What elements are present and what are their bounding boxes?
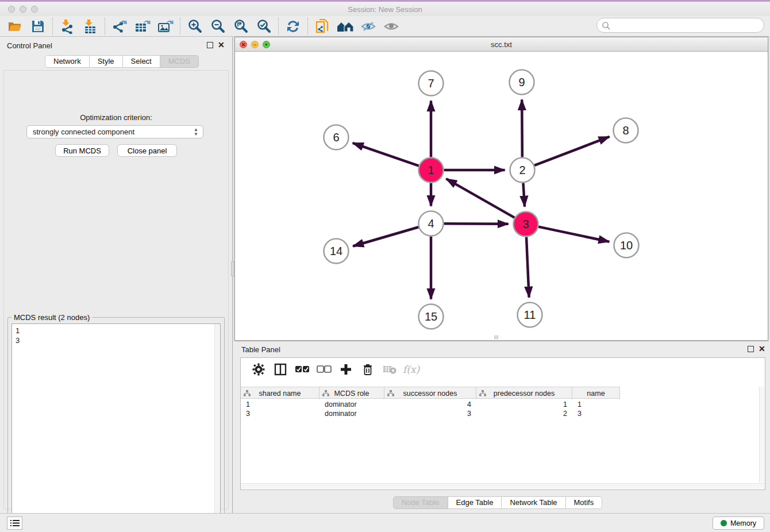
table-panel-title: Table Panel [241, 345, 280, 354]
table-cell[interactable]: dominator [319, 409, 384, 418]
graph-node-label-9: 9 [518, 76, 525, 88]
graph-node-label-4: 4 [428, 217, 434, 230]
zoom-in-button[interactable] [183, 17, 206, 36]
table-row[interactable]: 1dominator411 [241, 400, 620, 409]
graph-edge-3-1[interactable] [446, 179, 515, 218]
hide-selected-button[interactable] [357, 17, 380, 36]
toolbar-separator [307, 18, 308, 35]
select-all-columns-button[interactable] [291, 360, 313, 379]
column-header-shared-name[interactable]: shared name [241, 387, 319, 399]
graph-edge-2-3[interactable] [523, 183, 525, 206]
checked-boxes-icon [295, 365, 310, 373]
mcds-result-scrollbar[interactable] [214, 324, 220, 532]
toolbar-separator [105, 18, 105, 35]
duplicate-network-icon [315, 18, 330, 34]
tab-mcds[interactable]: MCDS [160, 55, 199, 68]
trash-icon [362, 363, 374, 376]
tab-node-table[interactable]: Node Table [393, 496, 448, 509]
export-table-button[interactable] [131, 17, 154, 36]
show-column-panel-button[interactable] [270, 360, 291, 379]
graph-edge-2-8[interactable] [534, 137, 610, 165]
column-header-label: shared name [259, 390, 301, 398]
mcds-result-text[interactable]: 1 3 [11, 323, 221, 532]
column-header-label: predecessor nodes [494, 390, 555, 398]
network-canvas[interactable]: 7968124314101511 [235, 52, 768, 340]
close-panel-icon[interactable]: ✕ [218, 40, 225, 49]
tab-network[interactable]: Network [45, 55, 90, 68]
graph-node-label-11: 11 [524, 309, 536, 321]
export-image-button[interactable] [154, 17, 177, 36]
apply-layout-button[interactable] [334, 17, 357, 36]
delete-table-icon [383, 364, 396, 375]
eye-slash-icon [360, 20, 376, 33]
table-cell[interactable]: 3 [241, 409, 319, 418]
graph-edge-2-9[interactable] [522, 99, 522, 157]
export-network-button[interactable] [108, 17, 131, 36]
table-row[interactable]: 3dominator323 [241, 409, 620, 418]
column-header-name[interactable]: name [572, 387, 620, 399]
graph-edge-4-3[interactable] [444, 223, 508, 224]
graph-edge-3-11[interactable] [526, 237, 529, 297]
close-panel-button[interactable]: Close panel [117, 144, 177, 157]
table-vertical-scrollbar[interactable] [759, 387, 764, 483]
table-cell[interactable]: 4 [384, 400, 476, 409]
column-header-MCDS-role[interactable]: MCDS role [319, 387, 384, 399]
table-cell[interactable]: dominator [319, 400, 384, 409]
toolbar-separator [180, 18, 180, 35]
optimization-select[interactable]: strongly connected component ▲▼ [26, 125, 203, 138]
duplicate-network-button[interactable] [311, 17, 334, 36]
function-builder-button[interactable]: f(x) [403, 364, 419, 375]
tab-motifs[interactable]: Motifs [566, 496, 603, 509]
export-image-icon [157, 19, 174, 34]
tab-style[interactable]: Style [90, 55, 123, 68]
run-mcds-button[interactable]: Run MCDS [55, 144, 109, 157]
control-panel-header: Control Panel ✕ [0, 37, 232, 53]
tab-select[interactable]: Select [123, 55, 160, 68]
optimization-criterion-label: Optimization criterion: [4, 113, 228, 122]
table-cell[interactable]: 2 [476, 409, 572, 418]
graph-edge-1-6[interactable] [353, 143, 419, 166]
graph-edge-3-10[interactable] [538, 227, 609, 242]
unselect-all-columns-button[interactable] [313, 360, 335, 379]
memory-button[interactable]: Memory [713, 516, 764, 530]
network-window-titlebar[interactable]: ✕ − + scc.txt [235, 37, 768, 52]
column-header-predecessor-nodes[interactable]: predecessor nodes [476, 387, 572, 399]
eye-icon [383, 20, 399, 33]
column-header-successor-nodes[interactable]: successor nodes [384, 387, 476, 399]
import-table-button[interactable] [79, 17, 102, 36]
table-cell[interactable]: 3 [384, 409, 476, 418]
create-column-button[interactable] [335, 360, 357, 379]
close-table-panel-icon[interactable]: ✕ [759, 344, 765, 353]
delete-column-button[interactable] [357, 360, 379, 379]
table-cell[interactable]: 1 [572, 400, 620, 409]
refresh-layout-button[interactable] [282, 17, 305, 36]
float-panel-icon[interactable] [207, 42, 213, 48]
frame-resize-grip[interactable] [494, 336, 498, 339]
open-session-button[interactable] [3, 17, 26, 36]
tab-edge-table[interactable]: Edge Table [448, 496, 502, 509]
table-cell[interactable]: 3 [572, 409, 620, 418]
table-cell[interactable]: 1 [476, 400, 572, 409]
table-settings-button[interactable] [248, 360, 270, 379]
import-network-button[interactable] [56, 17, 79, 36]
graph-edge-4-14[interactable] [353, 227, 418, 246]
task-history-button[interactable] [7, 516, 22, 530]
graph-node-label-14: 14 [330, 245, 342, 257]
list-icon [10, 519, 20, 527]
save-session-button[interactable] [26, 17, 49, 36]
zoom-out-button[interactable] [206, 17, 229, 36]
attribute-type-icon [387, 390, 394, 396]
table-cell[interactable]: 1 [241, 400, 319, 409]
float-table-panel-icon[interactable] [748, 346, 754, 352]
zoom-fit-button[interactable] [229, 17, 252, 36]
gear-icon [252, 363, 265, 376]
attribute-type-icon [244, 390, 251, 396]
table-horizontal-scrollbar[interactable] [241, 483, 765, 489]
show-all-button[interactable] [380, 17, 403, 36]
graph-node-label-8: 8 [622, 124, 629, 137]
search-input[interactable] [613, 19, 760, 32]
zoom-selected-button[interactable] [252, 17, 275, 36]
delete-table-button[interactable] [379, 360, 401, 379]
tab-network-table[interactable]: Network Table [502, 496, 565, 509]
memory-status-icon [721, 520, 727, 526]
